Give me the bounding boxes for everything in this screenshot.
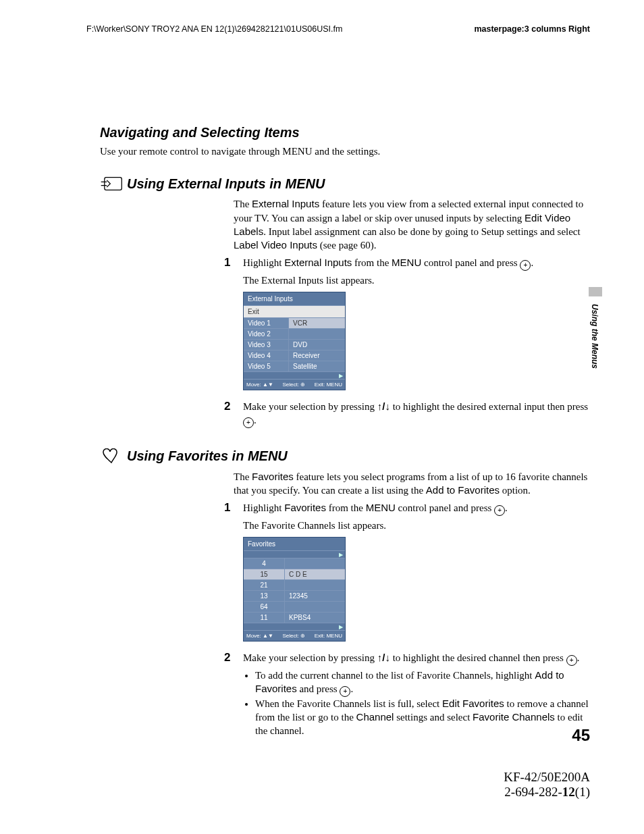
ext-inputs-body: The External Inputs feature lets you vie… <box>234 197 590 431</box>
fav-step-1: 1 Highlight Favorites from the MENU cont… <box>224 501 590 646</box>
header-masterpage: masterpage:3 columns Right <box>474 24 590 34</box>
scroll-arrow-icon: ▶ <box>339 624 343 630</box>
ext-inputs-title: Using External Inputs in MENU <box>127 176 325 192</box>
favorites-panel: Favorites ▶ 4 15C D E 21 1312345 64 11KP… <box>243 537 346 642</box>
ext-step2-text: Make your selection by pressing ↑/↓ to h… <box>243 400 590 428</box>
step-number: 1 <box>224 501 243 646</box>
model-number: KF-42/50E200A <box>504 770 590 785</box>
fav-bullet-2: When the Favorite Channels list is full,… <box>255 697 590 738</box>
panel-exit: Exit <box>244 305 345 317</box>
plus-icon: + <box>566 655 577 666</box>
part-number: 2-694-282-12(1) <box>504 785 590 800</box>
ext-step1-line2: The External Inputs list appears. <box>243 273 590 287</box>
ext-inputs-icon <box>100 176 123 192</box>
panel-footer: Move: ▲▼ Select: ⊕ Exit: MENU <box>244 630 345 641</box>
panel-title: External Inputs <box>244 292 345 305</box>
fav-step-2: 2 Make your selection by pressing ↑/↓ to… <box>224 651 590 738</box>
plus-icon: + <box>340 686 350 697</box>
fav-bullets: To add the current channel to the list o… <box>243 669 590 738</box>
fav-bullet-1: To add the current channel to the list o… <box>255 669 590 697</box>
ext-inputs-para: The External Inputs feature lets you vie… <box>234 197 590 252</box>
side-tab: Using the Menus <box>590 304 599 369</box>
favorites-title: Using Favorites in MENU <box>127 448 288 464</box>
header-path: F:\Worker\SONY TROY2 ANA EN 12(1)\269428… <box>86 24 342 34</box>
ext-step-1: 1 Highlight External Inputs from the MEN… <box>224 256 590 395</box>
page-content: Navigating and Selecting Items Use your … <box>0 34 644 738</box>
panel-footer: Move: ▲▼ Select: ⊕ Exit: MENU <box>244 379 345 390</box>
ext-step1-text: Highlight External Inputs from the MENU … <box>243 256 590 271</box>
favorites-body: The Favorites feature lets you select pr… <box>234 470 590 738</box>
page-number: 45 <box>572 726 590 745</box>
heart-icon <box>100 448 123 465</box>
ext-step-2: 2 Make your selection by pressing ↑/↓ to… <box>224 400 590 431</box>
section-title: Navigating and Selecting Items <box>100 125 590 140</box>
side-tab-bar <box>589 287 602 296</box>
fav-step2-text: Make your selection by pressing ↑/↓ to h… <box>243 651 590 666</box>
up-down-arrow-icon: ↑/↓ <box>377 400 390 412</box>
plus-icon: + <box>520 260 531 271</box>
favorites-heading: Using Favorites in MENU <box>100 448 590 465</box>
scroll-arrow-icon: ▶ <box>339 552 343 558</box>
step-number: 2 <box>224 400 243 431</box>
plus-icon: + <box>243 417 254 428</box>
page-header: F:\Worker\SONY TROY2 ANA EN 12(1)\269428… <box>0 0 644 34</box>
fav-step1-text: Highlight Favorites from the MENU contro… <box>243 501 590 516</box>
svg-rect-0 <box>105 178 122 190</box>
section-intro: Use your remote control to navigate thro… <box>100 145 590 158</box>
panel-title: Favorites <box>244 538 345 550</box>
scroll-arrow-icon: ▶ <box>339 373 343 379</box>
fav-step1-line2: The Favorite Channels list appears. <box>243 519 590 532</box>
step-number: 2 <box>224 651 243 738</box>
ext-inputs-heading: Using External Inputs in MENU <box>100 176 590 192</box>
up-down-arrow-icon: ↑/↓ <box>377 652 390 663</box>
external-inputs-panel: External Inputs Exit Video 1VCR Video 2 … <box>243 292 346 390</box>
doc-footer: KF-42/50E200A 2-694-282-12(1) <box>504 770 590 800</box>
plus-icon: + <box>494 505 505 516</box>
step-number: 1 <box>224 256 243 395</box>
favorites-para: The Favorites feature lets you select pr… <box>234 470 590 498</box>
